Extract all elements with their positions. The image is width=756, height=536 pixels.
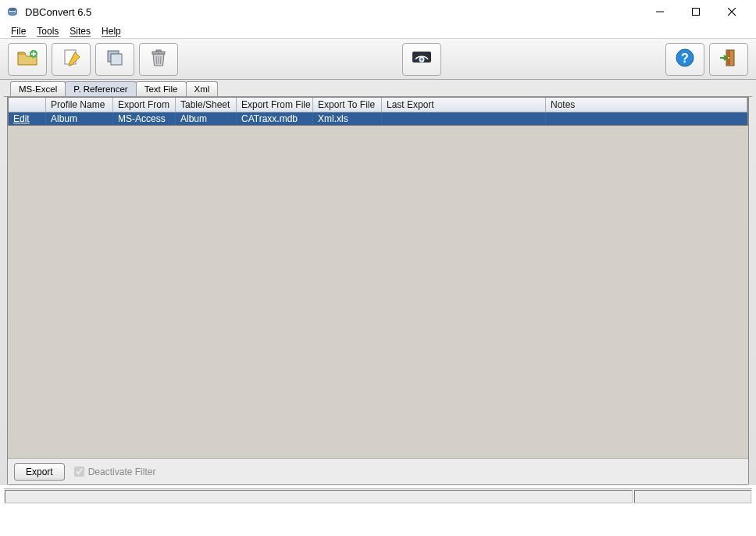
col-header-last-export[interactable]: Last Export — [382, 98, 546, 112]
profile-grid: Profile Name Export From Table/Sheet Exp… — [8, 97, 748, 126]
help-button[interactable]: ? — [665, 43, 704, 76]
table-row[interactable]: Edit Album MS-Access Album CATraxx.mdb X… — [9, 113, 747, 125]
col-header-table-sheet[interactable]: Table/Sheet — [176, 98, 237, 112]
col-header-export-from[interactable]: Export From — [113, 98, 176, 112]
grid-header: Profile Name Export From Table/Sheet Exp… — [9, 98, 747, 113]
status-pane-progress — [634, 490, 751, 503]
svg-line-16 — [161, 56, 162, 64]
tab-p-referencer[interactable]: P. Referencer — [65, 81, 136, 96]
svg-rect-11 — [111, 54, 122, 65]
col-header-export-to-file[interactable]: Export To File — [313, 98, 382, 112]
delete-profile-button[interactable] — [139, 43, 178, 76]
cell-profile-name: Album — [46, 113, 113, 125]
col-header-blank[interactable] — [9, 98, 46, 112]
menu-tools[interactable]: Tools — [32, 24, 63, 38]
eye-icon — [411, 48, 433, 70]
help-icon: ? — [675, 48, 695, 70]
titlebar: DBConvert 6.5 — [0, 0, 756, 23]
tab-strip: MS-Excel P. Referencer Text File Xml — [4, 80, 752, 97]
menu-help[interactable]: Help — [97, 24, 126, 38]
tab-xml[interactable]: Xml — [186, 81, 219, 96]
folder-plus-icon — [16, 48, 38, 70]
new-profile-button[interactable] — [8, 43, 47, 76]
col-header-profile-name[interactable]: Profile Name — [46, 98, 113, 112]
svg-rect-3 — [693, 9, 700, 16]
app-icon — [6, 5, 19, 18]
svg-rect-13 — [156, 50, 161, 52]
deactivate-filter-input[interactable] — [74, 466, 84, 477]
minimize-button[interactable] — [642, 0, 678, 23]
menu-sites[interactable]: Sites — [65, 24, 95, 38]
copy-profile-button[interactable] — [95, 43, 134, 76]
svg-text:?: ? — [681, 52, 689, 65]
status-pane-main — [5, 490, 633, 503]
cell-table-sheet: Album — [176, 113, 237, 125]
bottom-bar: Export Deactivate Filter — [8, 458, 748, 484]
svg-point-1 — [9, 12, 16, 15]
toolbar: ? — [0, 39, 756, 80]
row-edit-link[interactable]: Edit — [9, 113, 46, 125]
tab-text-file[interactable]: Text File — [136, 81, 187, 96]
svg-point-24 — [728, 57, 729, 59]
col-header-export-from-file[interactable]: Export From File — [237, 98, 313, 112]
svg-point-0 — [9, 8, 16, 11]
edit-profile-button[interactable] — [52, 43, 91, 76]
grid-empty-area — [8, 126, 748, 457]
svg-line-14 — [156, 56, 157, 64]
copy-icon — [105, 48, 125, 70]
client-area: Profile Name Export From Table/Sheet Exp… — [7, 97, 749, 485]
trash-icon — [149, 48, 168, 70]
cell-notes — [546, 113, 747, 125]
statusbar — [4, 488, 752, 504]
close-button[interactable] — [714, 0, 750, 23]
window-title: DBConvert 6.5 — [25, 6, 642, 18]
cell-export-to-file: Xml.xls — [313, 113, 382, 125]
preview-button[interactable] — [402, 43, 441, 76]
cell-last-export — [382, 113, 546, 125]
maximize-button[interactable] — [678, 0, 714, 23]
exit-button[interactable] — [709, 43, 748, 76]
cell-export-from-file: CATraxx.mdb — [237, 113, 313, 125]
menubar: File Tools Sites Help — [0, 23, 756, 39]
export-button[interactable]: Export — [14, 463, 65, 481]
svg-point-19 — [420, 58, 423, 61]
cell-export-from: MS-Access — [113, 113, 176, 125]
menu-file[interactable]: File — [6, 24, 30, 38]
document-edit-icon — [61, 48, 81, 70]
tab-ms-excel[interactable]: MS-Excel — [10, 81, 66, 96]
deactivate-filter-checkbox[interactable]: Deactivate Filter — [74, 466, 156, 477]
exit-icon — [719, 48, 739, 70]
deactivate-filter-label: Deactivate Filter — [88, 466, 156, 477]
col-header-notes[interactable]: Notes — [546, 98, 747, 112]
